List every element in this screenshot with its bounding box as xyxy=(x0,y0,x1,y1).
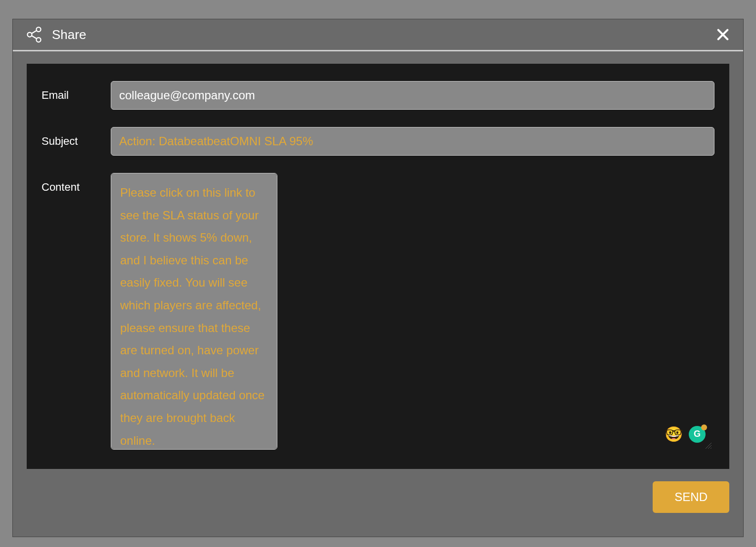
svg-line-3 xyxy=(32,36,37,39)
emoji-icon[interactable]: 🤓 xyxy=(665,425,683,443)
subject-row: Subject xyxy=(42,127,714,156)
modal-footer: SEND xyxy=(13,481,743,525)
resize-handle[interactable] xyxy=(705,442,712,450)
svg-line-9 xyxy=(711,448,712,449)
subject-label: Subject xyxy=(42,127,111,148)
grammarly-notification-dot xyxy=(701,424,707,430)
form-panel: Email Subject Content 🤓 G xyxy=(27,64,729,469)
email-row: Email xyxy=(42,81,714,110)
modal-header: Share xyxy=(13,19,743,51)
email-input[interactable] xyxy=(111,81,714,110)
share-icon xyxy=(25,26,43,43)
close-icon xyxy=(716,28,730,42)
modal-overlay: Share Email Subject Content xyxy=(4,4,752,543)
content-row: Content 🤓 G xyxy=(42,173,714,452)
send-button[interactable]: SEND xyxy=(653,481,729,513)
svg-line-4 xyxy=(32,31,37,34)
svg-point-2 xyxy=(37,38,41,42)
share-modal: Share Email Subject Content xyxy=(12,19,744,537)
subject-input[interactable] xyxy=(111,127,714,156)
textarea-wrapper: 🤓 G xyxy=(111,173,714,452)
email-label: Email xyxy=(42,81,111,102)
textarea-icons: 🤓 G xyxy=(665,425,706,443)
content-textarea[interactable] xyxy=(111,173,277,450)
modal-title: Share xyxy=(52,27,86,42)
svg-line-7 xyxy=(706,443,712,449)
close-button[interactable] xyxy=(715,27,731,42)
svg-point-1 xyxy=(28,33,32,37)
content-label: Content xyxy=(42,173,111,194)
grammarly-icon[interactable]: G xyxy=(689,426,706,443)
svg-point-0 xyxy=(37,27,41,32)
grammarly-letter: G xyxy=(694,429,701,439)
